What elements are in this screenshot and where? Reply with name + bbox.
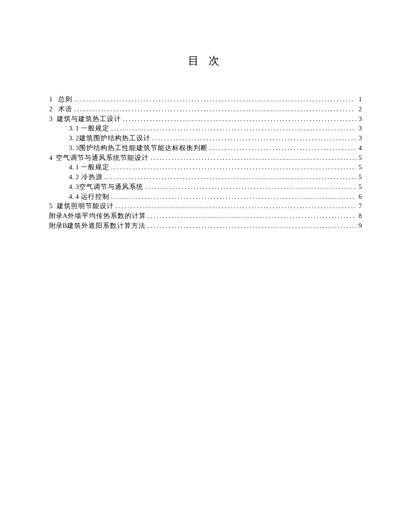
toc-appendix-entry: 附录A 外墙平均传热系数的计算 8 <box>49 211 362 221</box>
dot-leader <box>74 105 355 114</box>
entry-label: 一般规定 <box>81 124 109 134</box>
toc-appendix-entry: 附录B 建筑外遮阳系数计算方法 9 <box>49 221 362 231</box>
entry-number: 4. 4 <box>69 192 81 202</box>
dot-leader <box>147 221 356 231</box>
entry-label: 运行控制 <box>81 192 109 202</box>
entry-page: 4 <box>359 143 362 153</box>
entry-label: 建筑照明节能设计 <box>57 201 114 211</box>
toc-entry: 3 建筑与建筑热工设计 3 <box>49 114 362 124</box>
toc-sub-entry: 4. 3 空气调节与通风系统 5 <box>49 182 362 192</box>
table-of-contents: 1 总则 1 2 术语 2 3 建筑与建筑热工设计 3 3. 1 一般规定 3 … <box>49 95 362 231</box>
entry-number: 3. 1 <box>69 124 81 134</box>
entry-label: 空气调节与通风系统 <box>79 182 143 192</box>
entry-page: 5 <box>358 163 362 172</box>
entry-page: 3 <box>358 134 362 143</box>
entry-label: 冷热源 <box>81 172 103 182</box>
entry-number: 5 <box>49 201 57 211</box>
entry-page: 5 <box>358 153 362 163</box>
page-content: 目 次 1 总则 1 2 术语 2 3 建筑与建筑热工设计 3 3. 1 一般规… <box>0 0 411 231</box>
dot-leader <box>111 163 356 172</box>
entry-number: 4. 3 <box>69 182 79 192</box>
toc-entry: 5 建筑照明节能设计 7 <box>49 201 362 211</box>
entry-page: 3 <box>358 114 362 124</box>
dot-leader <box>105 172 356 182</box>
entry-label: 围护结构热工性能建筑节能达标权衡判断 <box>79 143 208 153</box>
entry-label: 外墙平均传热系数的计算 <box>67 211 146 221</box>
entry-label: 总则 <box>58 95 72 105</box>
entry-number: 附录A <box>49 211 67 221</box>
dot-leader <box>123 114 356 124</box>
entry-page: 2 <box>357 105 362 114</box>
entry-page: 5 <box>357 172 362 182</box>
entry-number: 4 <box>49 153 56 163</box>
entry-label: 空气调节与通风系统节能设计 <box>56 153 149 163</box>
entry-page: 3 <box>358 124 362 134</box>
dot-leader <box>152 134 357 143</box>
toc-sub-entry: 4. 1 一般规定 5 <box>49 163 362 172</box>
dot-leader <box>210 143 357 153</box>
entry-page: 5 <box>358 182 362 192</box>
entry-page: 6 <box>358 192 362 202</box>
entry-page: 1 <box>357 95 362 105</box>
entry-number: 附录B <box>49 221 67 231</box>
toc-entry: 4 空气调节与通风系统节能设计 5 <box>49 153 362 163</box>
toc-title: 目 次 <box>49 54 362 68</box>
entry-number: 3. 2 <box>69 134 79 143</box>
dot-leader <box>151 153 356 163</box>
toc-sub-entry: 4. 4 运行控制 6 <box>49 192 362 202</box>
entry-number: 2 <box>49 105 58 114</box>
dot-leader <box>145 182 356 192</box>
entry-number: 4. 2 <box>69 172 81 182</box>
dot-leader <box>148 211 356 221</box>
entry-page: 9 <box>358 221 362 231</box>
entry-number: 1 <box>49 95 58 105</box>
dot-leader <box>111 124 356 134</box>
entry-label: 一般规定 <box>81 163 109 172</box>
entry-number: 3 <box>49 114 57 124</box>
toc-sub-entry: 4. 2 冷热源 5 <box>49 172 362 182</box>
toc-entry: 2 术语 2 <box>49 105 362 114</box>
toc-sub-entry: 3. 2 建筑围护结构热工设计 3 <box>49 134 362 143</box>
entry-label: 建筑围护结构热工设计 <box>79 134 151 143</box>
entry-label: 术语 <box>58 105 72 114</box>
dot-leader <box>116 201 356 211</box>
toc-sub-entry: 3. 3 围护结构热工性能建筑节能达标权衡判断 4 <box>49 143 362 153</box>
entry-number: 4. 1 <box>69 163 81 172</box>
entry-label: 建筑与建筑热工设计 <box>57 114 121 124</box>
toc-sub-entry: 3. 1 一般规定 3 <box>49 124 362 134</box>
toc-entry: 1 总则 1 <box>49 95 362 105</box>
entry-number: 3. 3 <box>69 143 79 153</box>
dot-leader <box>74 95 355 105</box>
entry-label: 建筑外遮阳系数计算方法 <box>67 221 146 231</box>
dot-leader <box>111 192 356 202</box>
entry-page: 8 <box>358 211 362 221</box>
entry-page: 7 <box>358 201 362 211</box>
